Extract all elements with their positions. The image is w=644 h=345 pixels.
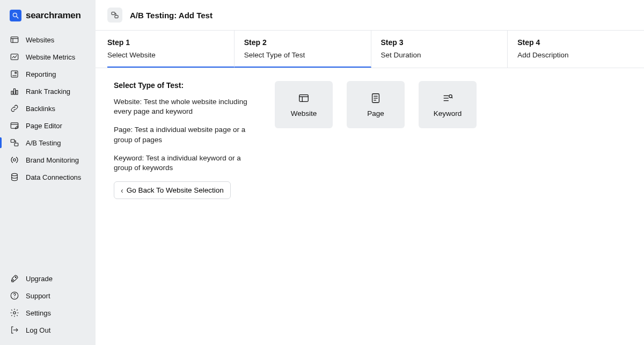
sidebar-item-website-metrics[interactable]: Website Metrics xyxy=(0,48,96,65)
page-title: A/B Testing: Add Test xyxy=(130,11,213,20)
type-card-label: Keyword xyxy=(434,109,462,118)
step-title: Step 3 xyxy=(381,38,508,47)
sidebar-nav: Websites Website Metrics Reporting Rank … xyxy=(0,31,96,186)
brand-name: searchramen xyxy=(26,10,81,21)
page-icon xyxy=(370,92,382,104)
step-2[interactable]: Step 2 Select Type of Test xyxy=(235,31,371,68)
go-back-button[interactable]: ‹ Go Back To Website Selection xyxy=(114,181,231,199)
stepper: Step 1 Select Website Step 2 Select Type… xyxy=(96,31,644,68)
gear-icon xyxy=(10,308,19,318)
go-back-label: Go Back To Website Selection xyxy=(127,186,224,194)
svg-rect-11 xyxy=(16,91,18,95)
editor-icon xyxy=(10,121,19,130)
sidebar-item-upgrade[interactable]: Upgrade xyxy=(0,270,96,287)
type-card-website[interactable]: Website xyxy=(275,81,333,128)
svg-point-21 xyxy=(13,312,16,314)
sidebar-item-label: A/B Testing xyxy=(26,139,61,147)
keyword-icon xyxy=(442,92,453,104)
step-1[interactable]: Step 1 Select Website xyxy=(107,31,235,68)
link-icon xyxy=(10,104,19,113)
sidebar-item-page-editor[interactable]: Page Editor xyxy=(0,117,96,134)
sidebar-bottom-nav: Upgrade Support Settings Log Out xyxy=(0,270,96,339)
report-icon xyxy=(10,69,19,79)
sidebar-item-label: Reporting xyxy=(26,70,56,78)
sidebar: searchramen Websites Website Metrics Rep… xyxy=(0,0,96,345)
svg-rect-15 xyxy=(14,143,18,146)
sidebar-item-ab-testing[interactable]: A/B Testing xyxy=(0,134,96,151)
sidebar-item-backlinks[interactable]: Backlinks xyxy=(0,100,96,117)
step-title: Step 4 xyxy=(517,38,644,47)
step-title: Step 1 xyxy=(107,38,234,47)
svg-rect-10 xyxy=(14,89,16,95)
help-icon xyxy=(10,291,19,300)
svg-rect-9 xyxy=(11,91,13,94)
svg-point-17 xyxy=(12,173,18,176)
type-info: Select Type of Test: Website: Test the w… xyxy=(114,81,253,199)
svg-point-20 xyxy=(14,297,14,298)
type-cards: Website Page Keyword xyxy=(275,81,477,199)
svg-line-1 xyxy=(17,17,19,19)
ab-test-icon xyxy=(10,138,19,148)
sidebar-item-data-connections[interactable]: Data Connections xyxy=(0,168,96,186)
brand-logo[interactable]: searchramen xyxy=(0,10,96,31)
ab-test-icon xyxy=(107,8,122,23)
globe-icon xyxy=(10,35,19,45)
website-icon xyxy=(298,92,310,104)
step-sub: Select Type of Test xyxy=(244,51,371,59)
svg-rect-14 xyxy=(11,140,14,142)
sidebar-item-label: Website Metrics xyxy=(26,53,75,61)
sidebar-item-label: Rank Tracking xyxy=(26,87,70,96)
data-icon xyxy=(10,172,19,182)
section-heading: Select Type of Test: xyxy=(114,81,253,90)
sidebar-item-websites[interactable]: Websites xyxy=(0,31,96,48)
sidebar-item-label: Log Out xyxy=(26,326,50,334)
sidebar-item-settings[interactable]: Settings xyxy=(0,304,96,321)
step-sub: Select Website xyxy=(107,51,234,59)
sidebar-item-support[interactable]: Support xyxy=(0,287,96,304)
sidebar-item-label: Page Editor xyxy=(26,122,62,130)
rocket-icon xyxy=(10,274,19,283)
step-title: Step 2 xyxy=(244,38,371,47)
main-content: A/B Testing: Add Test Step 1 Select Webs… xyxy=(96,0,644,345)
svg-point-0 xyxy=(13,13,17,17)
svg-rect-25 xyxy=(299,94,309,101)
step-sub: Set Duration xyxy=(381,51,508,59)
svg-line-36 xyxy=(451,97,452,98)
search-icon xyxy=(10,10,21,21)
type-desc-keyword: Keyword: Test a individual keyword or a … xyxy=(114,153,253,173)
sidebar-item-rank-tracking[interactable]: Rank Tracking xyxy=(0,83,96,100)
sidebar-item-reporting[interactable]: Reporting xyxy=(0,65,96,83)
step-4[interactable]: Step 4 Add Description xyxy=(508,31,644,68)
sidebar-item-brand-monitoring[interactable]: Brand Monitoring xyxy=(0,151,96,168)
type-desc-website: Website: Test the whole website includin… xyxy=(114,97,253,116)
svg-point-16 xyxy=(13,159,16,162)
type-card-label: Page xyxy=(367,109,384,118)
sidebar-item-label: Settings xyxy=(26,309,51,317)
type-card-label: Website xyxy=(291,109,317,118)
sidebar-item-label: Upgrade xyxy=(26,275,53,283)
monitor-icon xyxy=(10,155,19,165)
sidebar-item-label: Brand Monitoring xyxy=(26,156,79,164)
sidebar-item-label: Data Connections xyxy=(26,173,81,181)
svg-rect-5 xyxy=(11,54,18,60)
sidebar-item-label: Websites xyxy=(26,36,54,44)
type-card-page[interactable]: Page xyxy=(347,81,405,128)
type-desc-page: Page: Test a individual website page or … xyxy=(114,125,253,144)
sidebar-item-label: Backlinks xyxy=(26,105,55,113)
sidebar-item-label: Support xyxy=(26,292,50,300)
topbar: A/B Testing: Add Test xyxy=(96,0,644,31)
svg-rect-24 xyxy=(115,16,118,18)
chevron-left-icon: ‹ xyxy=(121,187,123,194)
svg-rect-23 xyxy=(112,12,115,15)
sidebar-item-logout[interactable]: Log Out xyxy=(0,321,96,339)
step-sub: Add Description xyxy=(517,51,644,59)
logout-icon xyxy=(10,325,19,335)
chart-icon xyxy=(10,52,19,62)
step-3[interactable]: Step 3 Set Duration xyxy=(371,31,508,68)
svg-rect-2 xyxy=(11,37,18,43)
step-body: Select Type of Test: Website: Test the w… xyxy=(96,68,644,212)
ranking-icon xyxy=(10,86,19,96)
svg-rect-6 xyxy=(11,71,18,77)
svg-point-18 xyxy=(15,277,16,278)
type-card-keyword[interactable]: Keyword xyxy=(419,81,477,128)
